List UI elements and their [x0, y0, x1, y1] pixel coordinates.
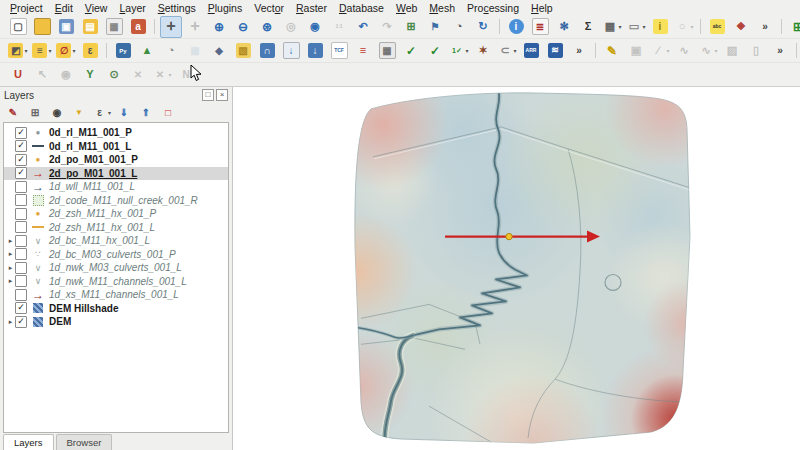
filter-by-expression-button[interactable]: ε▾: [91, 103, 112, 122]
arr-tool-button[interactable]: ARR: [520, 40, 542, 62]
identify-features-button[interactable]: i: [505, 16, 527, 38]
layer-visibility-checkbox[interactable]: ✓: [15, 140, 27, 152]
toggle-editing-button[interactable]: ✎: [601, 40, 623, 62]
processing-toolbox-button[interactable]: ✻: [553, 16, 575, 38]
save-project-button[interactable]: ▣: [55, 16, 77, 38]
menu-view[interactable]: View: [79, 1, 114, 15]
menu-help[interactable]: Help: [525, 1, 559, 15]
layer-visibility-checkbox[interactable]: [15, 194, 27, 206]
layer-visibility-checkbox[interactable]: [15, 235, 27, 247]
map-canvas[interactable]: [233, 87, 800, 450]
layer-visibility-checkbox[interactable]: ✓: [15, 316, 27, 328]
expand-all-button[interactable]: ⇓: [114, 103, 134, 122]
dropdown-arrow-icon[interactable]: ▾: [666, 47, 669, 54]
layer-visibility-checkbox[interactable]: ✓: [15, 302, 27, 314]
layer-item[interactable]: ✓0d_rl_M11_001_L: [4, 140, 228, 154]
map-export-button[interactable]: ▦: [376, 40, 398, 62]
check-messages-button[interactable]: ✓: [424, 40, 446, 62]
dropdown-arrow-icon[interactable]: ▾: [465, 47, 468, 54]
deselect-features-button[interactable]: ∅▾: [55, 40, 77, 62]
menu-raster[interactable]: Raster: [290, 1, 333, 15]
snapping-toggle-button[interactable]: U: [7, 64, 29, 86]
layer-item[interactable]: ▸1d_nwk_M03_culverts_001_L: [4, 261, 228, 275]
layer-visibility-checkbox[interactable]: [15, 208, 27, 220]
panel-tab-layers[interactable]: Layers: [3, 434, 54, 450]
measure-line-button[interactable]: ▭▾: [625, 16, 647, 38]
new-project-button[interactable]: ▢: [7, 16, 29, 38]
expand-arrow-icon[interactable]: ▸: [6, 264, 15, 272]
panel-close-icon[interactable]: ×: [216, 89, 228, 101]
expand-arrow-icon[interactable]: ▸: [6, 237, 15, 245]
pipe-network-button[interactable]: ≋: [544, 40, 566, 62]
dropdown-arrow-icon[interactable]: ▾: [108, 109, 111, 116]
menu-settings[interactable]: Settings: [152, 1, 202, 15]
select-by-expression-button[interactable]: ε: [79, 40, 101, 62]
new-bookmark-button[interactable]: ⚑: [424, 16, 446, 38]
layer-item[interactable]: ▸1d_nwk_M11_channels_001_L: [4, 275, 228, 289]
dropdown-arrow-icon[interactable]: ▾: [690, 23, 693, 30]
layer-item[interactable]: ✓0d_rl_M11_001_P: [4, 126, 228, 140]
dropdown-arrow-icon[interactable]: ▾: [72, 47, 75, 54]
layer-item[interactable]: ▸2d_bc_M11_hx_001_L: [4, 234, 228, 248]
layer-visibility-checkbox[interactable]: [15, 289, 27, 301]
layer-item[interactable]: 2d_code_M11_null_creek_001_R: [4, 194, 228, 208]
import-database-button[interactable]: ↓: [304, 40, 326, 62]
layer-item[interactable]: ▸✓DEM: [4, 315, 228, 329]
zoom-full-extent-button[interactable]: ⊛: [256, 16, 278, 38]
menu-layer[interactable]: Layer: [113, 1, 151, 15]
avoid-overlap-button[interactable]: ⊙: [103, 64, 125, 86]
check-files-button[interactable]: ✓: [400, 40, 422, 62]
refresh-map-button[interactable]: ↻: [472, 16, 494, 38]
new-print-layout-button[interactable]: ▤: [79, 16, 101, 38]
menu-project[interactable]: Project: [4, 1, 49, 15]
toolbar-overflow-button-3[interactable]: »: [568, 40, 590, 62]
expand-arrow-icon[interactable]: ▸: [6, 318, 15, 326]
menu-processing[interactable]: Processing: [461, 1, 525, 15]
layer-item[interactable]: ✓DEM Hillshade: [4, 302, 228, 316]
tuflow-viewer-button[interactable]: ▲: [136, 40, 158, 62]
compass-tool-button[interactable]: ◔: [160, 40, 182, 62]
layer-visibility-checkbox[interactable]: [15, 221, 27, 233]
style-manager-button[interactable]: a: [127, 16, 149, 38]
add-group-button[interactable]: ⊞: [25, 103, 45, 122]
new-map-view-button[interactable]: ⊞: [400, 16, 422, 38]
layer-item[interactable]: 2d_zsh_M11_hx_001_L: [4, 221, 228, 235]
dropdown-arrow-icon[interactable]: ▾: [24, 47, 27, 54]
dropdown-arrow-icon[interactable]: ▾: [48, 47, 51, 54]
layer-visibility-checkbox[interactable]: [15, 181, 27, 193]
collapse-all-button[interactable]: ⇑: [136, 103, 156, 122]
layer-styling-button[interactable]: ✎: [3, 103, 23, 122]
panel-tab-browser[interactable]: Browser: [56, 434, 113, 450]
layer-visibility-checkbox[interactable]: [15, 275, 27, 287]
layer-item[interactable]: ✓2d_po_M01_001_P: [4, 153, 228, 167]
select-features-by-value-button[interactable]: ≡▾: [31, 40, 53, 62]
map-tips-button[interactable]: i: [649, 16, 671, 38]
zoom-out-button[interactable]: ⊖: [232, 16, 254, 38]
temporal-controller-button[interactable]: ◔: [448, 16, 470, 38]
layer-visibility-checkbox[interactable]: ✓: [15, 167, 27, 179]
insect-tool-button[interactable]: ✶: [472, 40, 494, 62]
integrity-tool-button[interactable]: ◆: [208, 40, 230, 62]
layer-item[interactable]: 1d_wll_M11_001_L: [4, 180, 228, 194]
layer-visibility-checkbox[interactable]: ✓: [15, 154, 27, 166]
lock-tool-button[interactable]: ∩: [256, 40, 278, 62]
dropdown-arrow-icon[interactable]: ▾: [168, 71, 171, 78]
open-project-button[interactable]: [31, 16, 53, 38]
expand-arrow-icon[interactable]: ▸: [6, 250, 15, 258]
apply-tuflow-styles-button[interactable]: ≡: [352, 40, 374, 62]
menu-vector[interactable]: Vector: [248, 1, 290, 15]
menu-database[interactable]: Database: [333, 1, 390, 15]
zoom-last-button[interactable]: ↶: [352, 16, 374, 38]
statistical-summary-button[interactable]: ≣: [529, 16, 551, 38]
menu-edit[interactable]: Edit: [49, 1, 79, 15]
select-features-button[interactable]: ◩▾: [7, 40, 29, 62]
layer-visibility-checkbox[interactable]: [15, 248, 27, 260]
toolbar-overflow-button-4[interactable]: »: [769, 40, 791, 62]
open-attribute-table-button[interactable]: ▦▾: [601, 16, 623, 38]
remove-layer-button[interactable]: □: [158, 103, 178, 122]
show-statistics-button[interactable]: Σ: [577, 16, 599, 38]
expand-arrow-icon[interactable]: ▸: [6, 277, 15, 285]
zoom-in-button[interactable]: ⊕: [208, 16, 230, 38]
dropdown-arrow-icon[interactable]: ▾: [714, 47, 717, 54]
menu-plugins[interactable]: Plugins: [202, 1, 248, 15]
